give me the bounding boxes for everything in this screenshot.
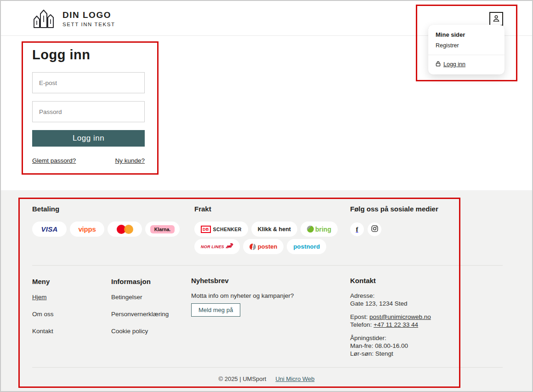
footer-bottom-row: © 2025 | UMSport Uni Micro Web — [1, 375, 532, 382]
menu-column: Meny Hjem Om oss Kontakt — [32, 278, 54, 344]
email-label: Epost: — [350, 313, 368, 320]
shipping-heading: Frakt — [194, 205, 338, 213]
copyright-text: © 2025 | UMSport — [218, 375, 266, 382]
db-logo: DB — [201, 226, 211, 233]
postnord-badge: postnord — [287, 239, 326, 254]
list-item: Cookie policy — [111, 327, 169, 335]
klikk-hent-label: Klikk & hent — [258, 226, 291, 233]
social-heading: Følg oss på sosiale medier — [350, 205, 438, 213]
footer-divider-bottom — [32, 367, 503, 368]
list-item: Om oss — [32, 310, 54, 318]
list-item: Kontakt — [32, 327, 54, 335]
social-section: Følg oss på sosiale medier f — [350, 205, 438, 236]
uni-micro-web-link[interactable]: Uni Micro Web — [275, 375, 314, 382]
login-form: Logg inn Logg inn Glemt passord? Ny kund… — [32, 47, 145, 164]
visa-badge: VISA — [32, 222, 67, 237]
contact-address: Adresse: Gate 123, 1234 Sted — [350, 292, 451, 307]
info-heading: Informasjon — [111, 278, 169, 286]
list-item: Personvernerklæring — [111, 310, 169, 318]
shipping-badges-row1: DB SCHENKER Klikk & hent bring — [194, 222, 338, 237]
hours-weekdays: Man-fre: 08.00-16.00 — [350, 342, 408, 349]
posten-logo: posten — [258, 243, 278, 250]
newsletter-prompt: Motta info om nyheter og kampanjer? — [191, 292, 294, 300]
schenker-logo: SCHENKER — [213, 227, 242, 232]
logo-text: DIN LOGO SETT INN TEKST — [62, 10, 115, 27]
norlines-logo: NOR LINES — [201, 244, 224, 249]
menu-link-om-oss[interactable]: Om oss — [32, 311, 54, 318]
vipps-logo: vipps — [78, 225, 96, 233]
info-link-betingelser[interactable]: Betingelser — [111, 294, 142, 301]
menu-link-hjem[interactable]: Hjem — [32, 294, 47, 301]
page: DIN LOGO SETT INN TEKST Mine sider Regis… — [0, 0, 533, 392]
menu-link-kontakt[interactable]: Kontakt — [32, 328, 53, 335]
payment-section: Betaling VISA vipps Klarna. — [32, 205, 180, 237]
klarna-logo: Klarna. — [150, 225, 175, 233]
info-link-personvern[interactable]: Personvernerklæring — [111, 311, 169, 318]
account-dropdown: Mine sider Registrer Logg inn — [428, 25, 505, 74]
payment-heading: Betaling — [32, 205, 180, 213]
newsletter-heading: Nyhetsbrev — [191, 277, 294, 285]
bring-logo-icon — [307, 226, 314, 233]
shipping-badges-row2: NOR LINES posten postnord — [194, 239, 338, 254]
facebook-link[interactable]: f — [350, 222, 364, 236]
site-logo[interactable]: DIN LOGO SETT INN TEKST — [31, 7, 115, 29]
register-link[interactable]: Registrer — [436, 42, 497, 49]
norlines-badge: NOR LINES — [194, 239, 240, 254]
bring-badge: bring — [301, 222, 338, 237]
payment-badges: VISA vipps Klarna. — [32, 222, 180, 237]
hours-weekend: Lør-søn: Stengt — [350, 350, 393, 357]
user-icon — [492, 14, 501, 24]
db-schenker-badge: DB SCHENKER — [194, 222, 248, 237]
instagram-link[interactable] — [368, 222, 381, 236]
new-customer-link[interactable]: Ny kunde? — [115, 157, 145, 164]
list-item: Hjem — [32, 293, 54, 301]
mastercard-logo-icon — [117, 224, 133, 234]
lock-icon — [436, 61, 441, 68]
logo-subtitle: SETT INN TEKST — [62, 22, 115, 27]
klikk-hent-badge: Klikk & hent — [251, 222, 297, 237]
posten-badge: posten — [243, 239, 284, 254]
address-value: Gate 123, 1234 Sted — [350, 300, 408, 307]
visa-logo: VISA — [41, 225, 57, 233]
newsletter-signup-button[interactable]: Meld meg på — [191, 303, 240, 317]
postnord-logo: postnord — [293, 243, 320, 250]
email-link[interactable]: post@unimicroweb.no — [369, 313, 431, 320]
login-links-row: Glemt passord? Ny kunde? — [32, 157, 145, 164]
shipping-section: Frakt DB SCHENKER Klikk & hent bring NOR… — [194, 205, 338, 254]
footer-divider-top — [32, 265, 503, 266]
contact-hours: Åpningstider: Man-fre: 08.00-16.00 Lør-s… — [350, 334, 451, 358]
login-submit-button[interactable]: Logg inn — [32, 130, 145, 147]
mastercard-badge — [108, 222, 142, 237]
vipps-badge: vipps — [70, 222, 104, 237]
account-dropdown-title: Mine sider — [436, 31, 497, 38]
menu-heading: Meny — [32, 278, 54, 286]
info-link-cookie-policy[interactable]: Cookie policy — [111, 328, 148, 335]
phone-label: Telefon: — [350, 321, 372, 328]
forgot-password-link[interactable]: Glemt passord? — [32, 157, 76, 164]
phone-link[interactable]: +47 11 22 33 44 — [374, 321, 418, 328]
facebook-icon: f — [356, 226, 358, 233]
info-column: Informasjon Betingelser Personvernerklær… — [111, 278, 169, 344]
logo-title: DIN LOGO — [62, 10, 115, 20]
address-label: Adresse: — [350, 292, 374, 299]
password-field[interactable] — [32, 101, 145, 122]
klarna-badge: Klarna. — [145, 222, 180, 237]
buildings-logo-icon — [31, 7, 56, 29]
account-icon-button[interactable] — [489, 12, 503, 26]
list-item: Betingelser — [111, 293, 169, 301]
dropdown-login-link[interactable]: Logg inn — [436, 55, 497, 74]
posten-logo-icon — [249, 244, 256, 250]
hours-label: Åpningstider: — [350, 335, 386, 341]
norlines-arrow-icon — [226, 243, 233, 251]
contact-email-phone: Epost: post@unimicroweb.no Telefon: +47 … — [350, 313, 451, 329]
social-icons-row: f — [350, 222, 438, 236]
contact-column: Kontakt Adresse: Gate 123, 1234 Sted Epo… — [350, 277, 451, 358]
contact-heading: Kontakt — [350, 277, 451, 285]
email-field[interactable] — [32, 72, 145, 93]
site-footer: Betaling VISA vipps Klarna. Frakt DB SCH… — [1, 190, 532, 392]
login-heading: Logg inn — [32, 47, 145, 63]
newsletter-column: Nyhetsbrev Motta info om nyheter og kamp… — [191, 277, 294, 317]
instagram-icon — [371, 225, 378, 234]
bring-logo: bring — [315, 226, 331, 233]
dropdown-login-label: Logg inn — [443, 61, 465, 68]
